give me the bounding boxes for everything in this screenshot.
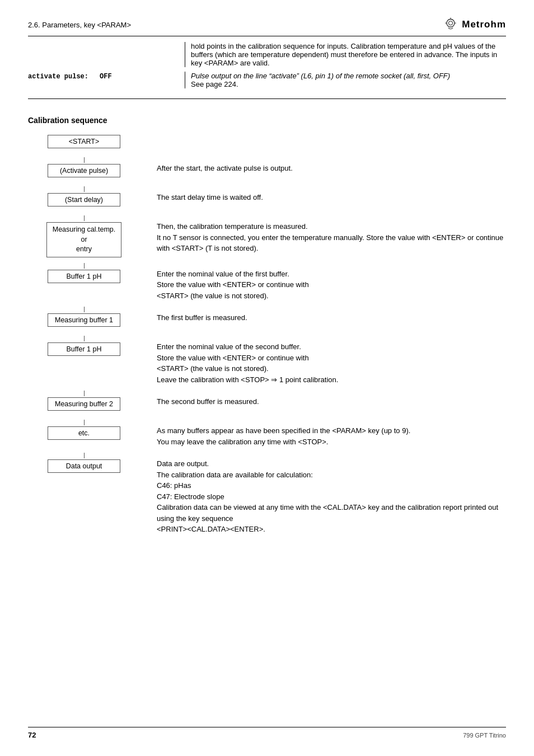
cal-desc-8: As many buffers appear as have been spec… <box>140 425 506 447</box>
page-header: 2.6. Parameters, key <PARAM> Metrohm <box>28 17 506 36</box>
cal-box-col-9: Data output <box>28 458 140 473</box>
cal-box-8: etc. <box>48 426 120 440</box>
header-title: 2.6. Parameters, key <PARAM> <box>28 21 131 29</box>
calibration-section: Calibration sequence <START>(Activate pu… <box>28 116 506 535</box>
cal-row-2: (Start delay)The start delay time is wai… <box>28 192 506 210</box>
connector <box>28 453 506 458</box>
cal-box-6: Buffer 1 pH <box>48 342 120 356</box>
cal-box-5: Measuring buffer 1 <box>48 313 120 327</box>
cal-desc-3: Then, the calibration temperature is mea… <box>140 221 506 254</box>
cal-row-1: (Activate pulse)After the start, the act… <box>28 163 506 181</box>
connector <box>28 307 506 312</box>
param-desc: Pulse output on the line “activate” (L6,… <box>185 72 506 88</box>
cal-row-4: Buffer 1 pHEnter the nominal value of th… <box>28 269 506 302</box>
param-key-col: activate pulse: OFF <box>28 72 185 88</box>
logo-area: Metrohm <box>443 17 506 32</box>
cal-row-5: Measuring buffer 1The first buffer is me… <box>28 312 506 330</box>
cal-desc-2: The start delay time is waited off. <box>140 192 506 203</box>
page-footer: 72 799 GPT Titrino <box>28 727 506 739</box>
cal-box-col-6: Buffer 1 pH <box>28 341 140 356</box>
cal-box-col-4: Buffer 1 pH <box>28 269 140 283</box>
svg-point-1 <box>449 21 453 25</box>
cal-box-col-7: Measuring buffer 2 <box>28 396 140 411</box>
cal-row-6: Buffer 1 pHEnter the nominal value of th… <box>28 341 506 385</box>
page-number: 72 <box>28 731 36 739</box>
cal-box-2: (Start delay) <box>48 193 120 206</box>
cal-desc-9: Data are output. The calibration data ar… <box>140 458 506 535</box>
cal-box-col-2: (Start delay) <box>28 192 140 206</box>
connector <box>28 157 506 163</box>
param-desc-normal: See page 224. <box>191 80 506 88</box>
logo-text: Metrohm <box>462 19 506 30</box>
connector <box>28 336 506 341</box>
param-row: activate pulse: OFF Pulse output on the … <box>28 72 506 88</box>
cal-box-col-3: Measuring cal.temp. or entry <box>28 221 140 257</box>
cal-desc-1: After the start, the activate pulse is o… <box>140 163 506 174</box>
cal-box-col-5: Measuring buffer 1 <box>28 312 140 327</box>
cal-desc-6: Enter the nominal value of the second bu… <box>140 341 506 385</box>
cal-desc-4: Enter the nominal value of the first buf… <box>140 269 506 302</box>
intro-row: hold points in the calibration sequence … <box>28 42 506 67</box>
connector <box>28 391 506 396</box>
svg-point-0 <box>447 19 455 27</box>
connector <box>28 420 506 425</box>
cal-box-col-1: (Activate pulse) <box>28 163 140 177</box>
param-val: OFF <box>100 73 112 81</box>
cal-desc-7: The second buffer is measured. <box>140 396 506 407</box>
cal-row-9: Data outputData are output. The calibrat… <box>28 458 506 535</box>
cal-box-7: Measuring buffer 2 <box>48 397 120 411</box>
calibration-rows: <START>(Activate pulse)After the start, … <box>28 134 506 535</box>
cal-box-9: Data output <box>48 459 120 473</box>
cal-row-0: <START> <box>28 134 506 152</box>
connector <box>28 263 506 269</box>
intro-left <box>28 42 185 67</box>
cal-box-0: <START> <box>48 135 120 148</box>
cal-box-4: Buffer 1 pH <box>48 270 120 283</box>
cal-box-col-0: <START> <box>28 134 140 148</box>
metrohm-logo-icon <box>443 17 458 32</box>
connector <box>28 215 506 221</box>
connector <box>28 186 506 192</box>
intro-text: hold points in the calibration sequence … <box>185 42 506 67</box>
cal-row-8: etc.As many buffers appear as have been … <box>28 425 506 447</box>
cal-box-1: (Activate pulse) <box>48 164 120 177</box>
cal-row-7: Measuring buffer 2The second buffer is m… <box>28 396 506 414</box>
cal-box-col-8: etc. <box>28 425 140 440</box>
cal-desc-5: The first buffer is measured. <box>140 312 506 323</box>
cal-row-3: Measuring cal.temp. or entryThen, the ca… <box>28 221 506 257</box>
product-name: 799 GPT Titrino <box>463 732 506 739</box>
page: 2.6. Parameters, key <PARAM> Metrohm hol… <box>0 0 534 756</box>
calibration-title: Calibration sequence <box>28 116 506 125</box>
cal-box-3: Measuring cal.temp. or entry <box>46 222 122 257</box>
top-section: hold points in the calibration sequence … <box>28 36 506 99</box>
param-key: activate pulse: <box>28 73 88 81</box>
param-desc-italic: Pulse output on the line “activate” (L6,… <box>191 72 506 80</box>
